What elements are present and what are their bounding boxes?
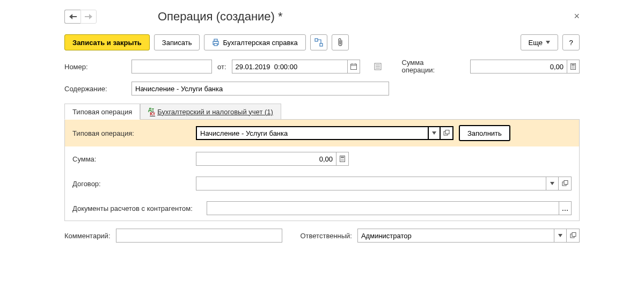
- svg-rect-34: [572, 233, 576, 237]
- panel-sum-input[interactable]: [196, 152, 336, 166]
- contract-dropdown-button[interactable]: [546, 177, 559, 190]
- tab-typical-operation[interactable]: Типовая операция: [64, 104, 140, 120]
- svg-point-30: [343, 160, 343, 160]
- sum-label-1: Сумма: [402, 59, 435, 67]
- contract-label: Договор:: [72, 180, 191, 188]
- contract-input[interactable]: [196, 177, 546, 190]
- svg-rect-14: [572, 64, 575, 65]
- svg-point-28: [341, 160, 341, 160]
- svg-rect-4: [320, 43, 323, 46]
- nav-back-button[interactable]: [64, 10, 80, 24]
- svg-point-25: [341, 159, 341, 159]
- svg-rect-1: [214, 39, 217, 41]
- svg-point-17: [574, 67, 574, 67]
- more-button[interactable]: Еще: [521, 34, 558, 50]
- chevron-down-icon: [546, 41, 550, 44]
- calendar-button[interactable]: [347, 60, 360, 74]
- chevron-down-icon: [558, 234, 562, 237]
- list-icon[interactable]: [374, 63, 382, 70]
- tab1-label: Типовая операция: [72, 108, 132, 116]
- type-op-input[interactable]: [196, 126, 428, 140]
- close-button[interactable]: ×: [574, 11, 580, 22]
- docs-label: Документы расчетов с контрагентом:: [72, 204, 201, 212]
- svg-point-29: [342, 160, 342, 160]
- sum-label-2: операции:: [402, 67, 435, 74]
- tab-accounting[interactable]: ДтКт Бухгалтерский и налоговый учет (1): [140, 104, 281, 120]
- svg-point-27: [343, 159, 343, 159]
- svg-point-15: [572, 67, 572, 67]
- svg-point-20: [574, 68, 574, 68]
- content-label: Содержание:: [64, 85, 126, 93]
- help-button[interactable]: ?: [562, 34, 580, 50]
- attach-button[interactable]: [332, 34, 349, 50]
- docs-ellipsis-button[interactable]: …: [559, 201, 572, 215]
- type-op-open-button[interactable]: [441, 126, 453, 140]
- panel-sum-label: Сумма:: [72, 155, 191, 163]
- content-input[interactable]: [131, 82, 389, 96]
- report-button-label: Бухгалтерская справка: [223, 39, 297, 47]
- responsible-label: Ответственный:: [301, 232, 352, 240]
- dtkt-icon: ДтКт: [148, 107, 155, 116]
- paperclip-icon: [336, 38, 344, 47]
- save-button[interactable]: Записать: [154, 34, 200, 50]
- date-input[interactable]: [232, 60, 347, 74]
- type-op-label: Типовая операция:: [72, 129, 191, 137]
- save-close-button[interactable]: Записать и закрыть: [64, 34, 150, 50]
- tab2-label: Бухгалтерский и налоговый учет (1): [157, 108, 273, 116]
- responsible-open-button[interactable]: [567, 229, 580, 243]
- svg-rect-22: [445, 130, 449, 134]
- calculator-icon: [340, 156, 345, 162]
- nav-forward-button[interactable]: [80, 10, 97, 24]
- svg-point-19: [573, 68, 573, 68]
- svg-rect-24: [341, 157, 344, 158]
- number-input[interactable]: [131, 60, 212, 74]
- fill-button[interactable]: Заполнить: [459, 125, 510, 141]
- responsible-dropdown-button[interactable]: [554, 229, 567, 243]
- svg-rect-32: [564, 181, 568, 185]
- contract-open-button[interactable]: [559, 177, 572, 190]
- open-icon: [570, 232, 576, 239]
- calculator-button[interactable]: [567, 60, 580, 74]
- comment-input[interactable]: [116, 229, 282, 243]
- calculator-icon: [570, 63, 576, 70]
- report-button[interactable]: Бухгалтерская справка: [204, 34, 305, 50]
- docs-input[interactable]: [207, 201, 559, 215]
- chevron-down-icon: [550, 182, 554, 185]
- svg-rect-3: [315, 39, 318, 41]
- from-label: от:: [217, 63, 226, 71]
- open-icon: [562, 180, 568, 187]
- svg-point-18: [572, 68, 572, 68]
- sum-input[interactable]: [470, 60, 567, 74]
- svg-point-16: [573, 67, 573, 67]
- number-label: Номер:: [64, 63, 126, 71]
- comment-label: Комментарий:: [64, 232, 111, 240]
- arrow-left-icon: [69, 14, 77, 19]
- svg-point-26: [342, 159, 342, 159]
- svg-rect-2: [214, 43, 217, 46]
- printer-icon: [212, 39, 219, 46]
- calendar-icon: [350, 63, 357, 70]
- arrow-right-icon: [85, 14, 92, 19]
- structure-button[interactable]: [310, 34, 327, 50]
- panel-sum-calc-button[interactable]: [336, 152, 349, 166]
- type-op-dropdown-button[interactable]: [428, 126, 441, 140]
- structure-icon: [314, 38, 323, 47]
- svg-rect-5: [350, 64, 356, 70]
- open-icon: [443, 130, 450, 136]
- page-title: Операция (создание) *: [158, 10, 283, 24]
- more-button-label: Еще: [529, 39, 543, 47]
- responsible-input[interactable]: [357, 229, 554, 243]
- chevron-down-icon: [432, 131, 436, 135]
